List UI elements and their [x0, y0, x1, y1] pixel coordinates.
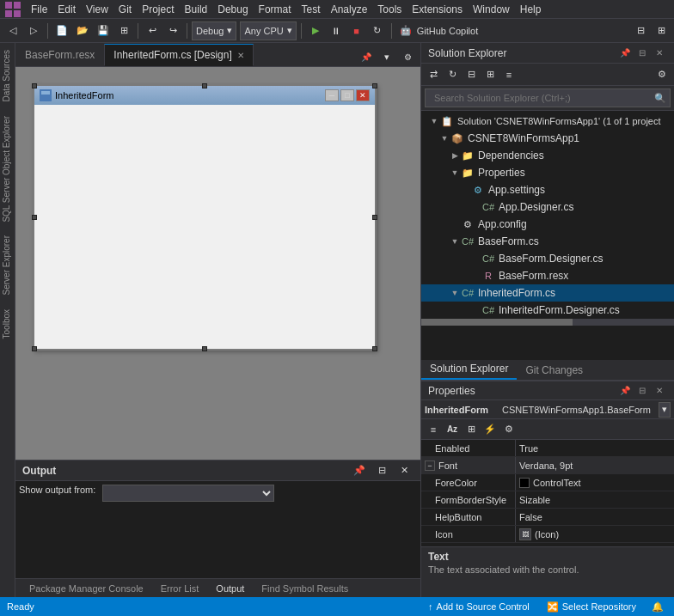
props-settings-btn[interactable]: ⚙	[500, 421, 518, 438]
tree-hscroll-thumb[interactable]	[421, 319, 573, 326]
debug-config-dropdown[interactable]: Debug ▾	[192, 21, 236, 40]
start-btn[interactable]: ▶	[306, 21, 325, 40]
se-float-btn[interactable]: ⊟	[634, 46, 650, 61]
menu-test[interactable]: Test	[297, 2, 326, 17]
menu-extensions[interactable]: Extensions	[407, 2, 468, 17]
tree-item-appconfig[interactable]: ⚙ App.config	[421, 216, 674, 233]
menu-file[interactable]: File	[26, 2, 52, 17]
se-close-btn[interactable]: ✕	[652, 46, 667, 61]
panel-tab-se[interactable]: Solution Explorer	[421, 359, 517, 380]
tree-item-dependencies[interactable]: ▶ 📁 Dependencies	[421, 147, 674, 164]
se-settings-btn[interactable]: ⚙	[653, 66, 671, 83]
tree-item-baseform-resx[interactable]: R BaseForm.resx	[421, 267, 674, 284]
props-object-dropdown[interactable]: ▾	[659, 402, 671, 418]
toolbar-extra2[interactable]: ⊞	[652, 21, 671, 40]
props-categ-btn[interactable]: ≡	[425, 421, 442, 438]
save-all-btn[interactable]: ⊞	[114, 21, 133, 40]
form-minimize-btn[interactable]: ─	[325, 89, 339, 101]
props-propgrid-btn[interactable]: ⊞	[463, 421, 480, 438]
forward-btn[interactable]: ▷	[24, 21, 43, 40]
notification-btn[interactable]: 🔔	[648, 597, 667, 616]
prop-val-forecolor[interactable]: ControlText	[516, 474, 674, 491]
tab-find-symbol[interactable]: Find Symbol Results	[254, 582, 355, 595]
font-expander[interactable]: −	[425, 460, 435, 471]
tree-item-project[interactable]: ▼ 📦 CSNET8WinFormsApp1	[421, 130, 674, 147]
anchor-left[interactable]	[32, 215, 37, 220]
se-filter-btn[interactable]: ≡	[500, 66, 518, 83]
props-close-btn[interactable]: ✕	[652, 383, 667, 399]
anchor-bottom[interactable]	[202, 346, 207, 351]
add-source-control-btn[interactable]: ↑ Add to Source Control	[423, 597, 535, 616]
se-refresh-btn[interactable]: ↻	[444, 66, 461, 83]
expander-props[interactable]: ▼	[449, 168, 461, 177]
tab-error-list[interactable]: Error List	[154, 582, 206, 595]
menu-analyze[interactable]: Analyze	[326, 2, 373, 17]
tree-item-inheritedform[interactable]: ▼ C# InheritedForm.cs	[421, 284, 674, 302]
se-search-input[interactable]	[429, 89, 651, 107]
tab-close-btn[interactable]: ✕	[237, 51, 244, 60]
props-alpha-btn[interactable]: Az	[444, 421, 461, 438]
menu-build[interactable]: Build	[180, 2, 213, 17]
new-project-btn[interactable]: 📄	[52, 21, 71, 40]
expander-baseform[interactable]: ▼	[449, 237, 461, 246]
save-btn[interactable]: 💾	[94, 21, 113, 40]
tree-item-baseform-designer[interactable]: C# BaseForm.Designer.cs	[421, 250, 674, 267]
props-events-btn[interactable]: ⚡	[481, 421, 499, 438]
platform-dropdown[interactable]: Any CPU ▾	[240, 21, 296, 40]
sidebar-toolbox[interactable]: Toolbox	[0, 302, 15, 345]
anchor-se[interactable]	[372, 346, 377, 351]
back-btn[interactable]: ◁	[3, 21, 22, 40]
menu-help[interactable]: Help	[515, 2, 547, 17]
tab-inheritedform[interactable]: InheritedForm.cs [Design] ✕	[104, 44, 253, 66]
output-float-btn[interactable]: ⊟	[372, 461, 391, 480]
se-collapse-btn[interactable]: ⊟	[463, 66, 480, 83]
tree-item-properties[interactable]: ▼ 📁 Properties	[421, 164, 674, 181]
menu-view[interactable]: View	[81, 2, 113, 17]
tab-baseresx[interactable]: BaseForm.resx	[15, 44, 104, 66]
prop-val-enabled[interactable]: True	[516, 440, 674, 456]
output-pin-btn[interactable]: 📌	[350, 461, 369, 480]
menu-edit[interactable]: Edit	[52, 2, 81, 17]
tree-item-inheritedform-designer[interactable]: C# InheritedForm.Designer.cs	[421, 302, 674, 319]
props-float-btn[interactable]: ⊟	[634, 383, 650, 399]
prop-val-formborderstyle[interactable]: Sizable	[516, 491, 674, 508]
tab-output[interactable]: Output	[209, 582, 251, 595]
prop-val-helpbutton[interactable]: False	[516, 509, 674, 525]
select-repo-btn[interactable]: 🔀 Select Repository	[542, 597, 641, 616]
toolbar-extra1[interactable]: ⊟	[631, 21, 650, 40]
props-object-selector[interactable]: InheritedForm CSNET8WinFormsApp1.BaseFor…	[421, 400, 674, 419]
props-pin-btn[interactable]: 📌	[617, 383, 633, 399]
tree-hscroll[interactable]	[421, 319, 674, 326]
tree-item-appsettings[interactable]: ⚙ App.settings	[421, 181, 674, 198]
menu-project[interactable]: Project	[137, 2, 179, 17]
tree-item-solution[interactable]: ▼ 📋 Solution 'CSNET8WinFormsApp1' (1 of …	[421, 113, 674, 130]
prop-val-font[interactable]: Verdana, 9pt	[516, 457, 674, 473]
output-source-select[interactable]	[102, 485, 274, 502]
menu-debug[interactable]: Debug	[212, 2, 253, 17]
anchor-nw[interactable]	[32, 83, 37, 88]
sidebar-sql-explorer[interactable]: SQL Server Object Explorer	[0, 109, 15, 229]
form-maximize-btn[interactable]: □	[340, 89, 354, 101]
stop-btn[interactable]: ■	[347, 21, 366, 40]
sidebar-data-sources[interactable]: Data Sources	[0, 43, 15, 109]
menu-format[interactable]: Format	[254, 2, 297, 17]
restart-btn[interactable]: ↻	[368, 21, 387, 40]
panel-tab-git[interactable]: Git Changes	[517, 361, 591, 380]
tab-menu-btn[interactable]: ▾	[377, 47, 396, 66]
tab-package-manager[interactable]: Package Manager Console	[22, 582, 150, 595]
tab-pin-btn[interactable]: 📌	[357, 47, 376, 66]
expander-inheritedform[interactable]: ▼	[449, 289, 461, 297]
menu-git[interactable]: Git	[113, 2, 137, 17]
se-props-btn[interactable]: ⊞	[481, 66, 499, 83]
se-sync-btn[interactable]: ⇄	[425, 66, 442, 83]
undo-btn[interactable]: ↩	[143, 21, 162, 40]
open-btn[interactable]: 📂	[73, 21, 92, 40]
se-pin-btn[interactable]: 📌	[617, 46, 633, 61]
output-close-btn[interactable]: ✕	[395, 461, 414, 480]
expander-deps[interactable]: ▶	[449, 151, 461, 160]
tab-close-all-btn[interactable]: ⚙	[398, 47, 417, 66]
sidebar-server-explorer[interactable]: Server Explorer	[0, 229, 15, 302]
pause-btn[interactable]: ⏸	[327, 21, 346, 40]
redo-btn[interactable]: ↪	[163, 21, 182, 40]
menu-tools[interactable]: Tools	[372, 2, 407, 17]
